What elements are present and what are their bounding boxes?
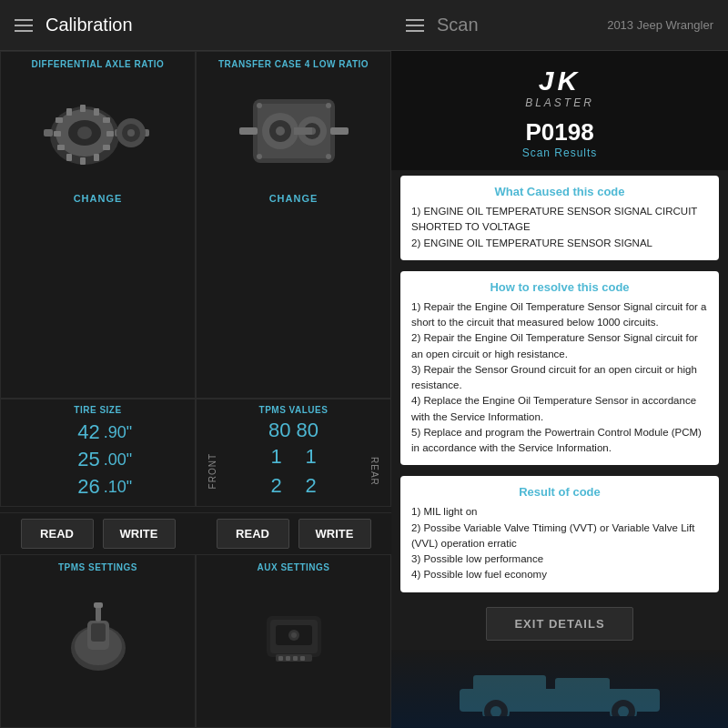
left-header: Calibration [0,0,391,51]
right-content: JK BLASTER P0198 Scan Results What Cause… [391,51,728,728]
svg-rect-7 [94,154,99,161]
tpms-row-2: 2 2 [266,474,322,498]
svg-rect-5 [66,154,72,161]
tpms-r2-left: 2 [266,474,288,498]
svg-rect-39 [91,623,106,642]
svg-point-32 [257,154,262,159]
tire-size-label: TIRE SIZE [74,405,121,415]
aux-settings-section: AUX SETTINGS [196,554,391,728]
tpms-r2-right: 2 [300,474,322,498]
tpms-top-left: 80 [268,419,290,442]
svg-rect-47 [293,656,298,661]
tpms-sensor-image [39,580,157,689]
tpms-settings-section: TPMS SETTINGS [0,554,196,728]
result-card-text: 1) MIL light on 2) Possibe Variable Valv… [411,504,708,582]
svg-rect-2 [56,117,63,123]
tpms-r1-right: 1 [300,445,322,469]
svg-rect-35 [330,127,349,135]
tpms-settings-label: TPMS SETTINGS [58,562,137,572]
svg-rect-13 [66,108,72,116]
svg-rect-54 [555,678,610,693]
resolve-card-text: 1) Repair the Engine Oil Temperature Sen… [411,299,708,457]
left-grid: DIFFERENTIAL AXLE RATIO [0,51,391,728]
svg-point-30 [257,103,262,108]
jk-text: JK [539,66,581,96]
tpms-top-right: 80 [297,419,318,442]
right-panel: Scan 2013 Jeep Wrangler JK BLASTER P0198… [391,0,728,728]
aux-device-image [235,580,353,689]
svg-point-33 [326,154,331,159]
top-sections: DIFFERENTIAL AXLE RATIO [0,51,391,399]
brand-area: JK BLASTER P0198 Scan Results [391,51,728,170]
svg-rect-41 [94,602,103,608]
jeep-background [391,650,728,729]
tire-size-section: TIRE SIZE 42 .90" 25 .00" 26 .10" [0,399,196,507]
tire-num-3: 26 [64,475,100,499]
left-read-btn[interactable]: READ [21,519,94,549]
exit-details-btn[interactable]: EXIT DETAILS [486,607,632,641]
svg-rect-6 [80,157,86,165]
left-panel: Calibration DIFFERENTIAL AXLE RATIO [0,0,391,728]
tire-unit-1: .90" [104,423,132,442]
caused-card-title: What Caused this code [411,185,708,198]
right-menu-icon[interactable] [406,19,424,32]
transfer-case-image [235,76,353,186]
transfer-case-change-btn[interactable]: CHANGE [269,193,318,204]
bottom-sections: TPMS SETTINGS [0,554,391,728]
exit-btn-row: EXIT DETAILS [391,598,728,650]
svg-rect-53 [473,675,546,693]
svg-point-51 [291,632,297,638]
svg-rect-4 [57,145,65,150]
left-menu-icon[interactable] [15,19,33,32]
rear-label: REAR [366,457,383,486]
svg-rect-29 [294,127,312,135]
transfer-illustration [239,81,349,181]
mid-sections: TIRE SIZE 42 .90" 25 .00" 26 .10" TPMS V… [0,399,391,507]
svg-point-20 [127,129,135,136]
svg-rect-46 [286,656,290,661]
right-read-btn[interactable]: READ [217,519,289,549]
tire-row-3: 26 .10" [64,475,132,499]
axle-illustration [44,81,153,181]
error-code: P0198 [525,118,593,147]
right-write-btn[interactable]: WRITE [298,519,371,549]
tire-unit-3: .10" [104,478,132,497]
svg-rect-8 [103,145,110,150]
differential-image [39,76,157,186]
aux-settings-label: AUX SETTINGS [258,562,330,572]
tpms-label: TPMS VALUES [259,405,329,415]
read-write-section: READ WRITE READ WRITE [0,507,391,554]
left-write-btn[interactable]: WRITE [103,519,176,549]
scan-results-label: Scan Results [522,147,598,159]
differential-change-btn[interactable]: CHANGE [74,193,123,204]
svg-point-25 [276,126,285,136]
left-rw-row: READ WRITE [0,512,196,554]
svg-rect-11 [94,108,99,116]
front-label: FRONT [204,453,221,489]
tpms-row-1: 1 1 [266,445,322,469]
tire-row-1: 42 .90" [64,420,132,444]
tpms-sensor-illustration [53,589,144,680]
svg-rect-10 [103,117,110,123]
caused-card: What Caused this code 1) ENGINE OIL TEMP… [400,176,719,260]
right-header: Scan 2013 Jeep Wrangler [391,0,728,51]
result-card-title: Result of code [411,485,708,499]
tire-unit-2: .00" [104,450,132,470]
tpms-section: TPMS VALUES 80 80 FRONT 1 1 2 2 [196,399,391,507]
resolve-card-title: How to resolve this code [411,280,708,294]
caused-card-text: 1) ENGINE OIL TEMPERATURE SENSOR SIGNAL … [411,204,708,251]
transfer-case-label: TRANSFER CASE 4 LOW RATIO [218,59,369,69]
svg-rect-45 [278,656,283,661]
svg-rect-34 [239,127,258,135]
tpms-values: 1 1 2 2 [221,442,366,500]
svg-point-31 [326,103,331,108]
svg-rect-48 [300,656,305,661]
left-title: Calibration [46,15,133,35]
svg-rect-12 [80,105,86,112]
right-title: Scan [437,15,479,35]
tire-num-1: 42 [64,420,100,444]
tpms-container: FRONT 1 1 2 2 REAR [200,442,387,500]
differential-label: DIFFERENTIAL AXLE RATIO [32,59,165,69]
result-card: Result of code 1) MIL light on 2) Possib… [400,476,719,592]
tpms-r1-left: 1 [266,445,288,469]
